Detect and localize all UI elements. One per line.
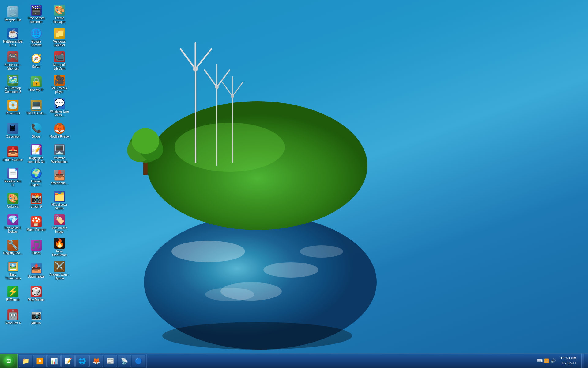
svg-point-8 [162, 322, 352, 350]
desktop-icon-hidemyip[interactable]: 🔒Hide My IP [24, 72, 48, 96]
freescreenrecorder-icon: 🎬 [31, 5, 42, 16]
atube-label: aTube Catcher [3, 158, 23, 162]
windows-logo-icon: ⊞ [6, 358, 11, 364]
tray-keyboard-icon[interactable]: ⌨ [537, 358, 543, 363]
desktop-icon-vlc[interactable]: 🎥VLC media player [48, 72, 71, 96]
clock-date: 17-Jun-11 [561, 361, 576, 366]
svg-point-11 [127, 139, 152, 162]
skype-label: Skype [32, 135, 40, 139]
jalbum-icon: 📷 [31, 309, 42, 320]
svg-line-15 [181, 49, 195, 69]
hwg-icon: 📝 [31, 144, 42, 155]
desktop-icon-hwg[interactable]: 📝hwggxghb xcns billy 3d [24, 142, 48, 166]
show-desktop-button[interactable] [581, 354, 584, 368]
desktop-icon-poweriso[interactable]: 💿PowerISO [1, 96, 24, 119]
desktop-icon-nero[interactable]: 🔥Nero StartSmart [48, 236, 71, 259]
desktop-icon-netbeans[interactable]: ☕NetBeans IDE 6.9.1 [1, 26, 24, 49]
desktop-icon-a1sitemap[interactable]: 🗺️A1 Sitemap Generator 3 [1, 72, 24, 96]
robosoft4-label: RoboSoft 4 [5, 321, 21, 325]
tray-volume-icon[interactable]: 🔊 [550, 358, 556, 363]
skype-icon: 📞 [31, 123, 42, 134]
desktop-icon-playroblox[interactable]: 🎲Play Roblox [24, 282, 48, 305]
tray-network-icon[interactable]: 📶 [544, 358, 549, 363]
desktop-icon-thememanager[interactable]: 🎨Theme Manager [48, 2, 71, 26]
marioforever-icon: 🍄 [31, 216, 42, 227]
googlechrome-icon: 🌐 [31, 28, 42, 39]
quicklaunch-windows-explorer-tb[interactable]: 📁 [19, 355, 32, 367]
desktop-icon-recycle-bin[interactable]: 🗑️Recycle Bin [1, 2, 24, 26]
desktop-icon-readris[interactable]: 📄Readiris Pro 11 [1, 166, 24, 189]
svg-line-20 [205, 70, 217, 87]
itunes-icon: 🎵 [31, 240, 42, 251]
desktop-icon-bejeweled[interactable]: 💎Bejeweled 2 Deluxe [1, 212, 24, 236]
desktop-icon-itunes[interactable]: 🎵iTunes [24, 236, 48, 259]
start-button[interactable]: ⊞ [0, 354, 18, 368]
desktop-icon-registrybooster[interactable]: 🔧RegistryBoo... [1, 236, 24, 259]
quicklaunch-firefox-tb[interactable]: 🦊 [89, 355, 103, 367]
mozillafirefox-icon: 🦊 [54, 123, 65, 134]
quicklaunch-word-tb[interactable]: 📝 [61, 355, 75, 367]
a1sitemap-icon: 🗺️ [7, 75, 18, 86]
desktop-icon-bittorrent[interactable]: ⚡BitTorrent [1, 282, 24, 305]
readris-icon: 📄 [7, 168, 18, 179]
desktop-icon-robosoft4[interactable]: 🤖RoboSoft 4 [1, 305, 24, 329]
desktop-icon-ancientwars[interactable]: ⚔️Ancient Wars - Sparta [48, 259, 71, 282]
desktop-icon-downloads[interactable]: 📥downloads... [48, 166, 71, 189]
mozillafirefox-label: Mozilla Firefox [50, 135, 69, 139]
desktop-icon-windowsexplorer[interactable]: 📁Windows Explorer [48, 26, 71, 49]
nccollector-label: NCcollector Studio [49, 203, 70, 210]
quicklaunch-rss-tb[interactable]: 📰 [104, 355, 117, 367]
windowslive-label: Windows Live Mess... [49, 110, 70, 117]
desktop-icon-microsoftlc[interactable]: 📹Microsoft LifeCam [48, 49, 71, 72]
desktop: 🗑️Recycle Bin☕NetBeans IDE 6.9.1🎮Anno4.e… [0, 0, 588, 368]
netbeans-icon: ☕ [7, 28, 18, 39]
desktop-icon-atube[interactable]: 📥aTube Catcher [1, 142, 24, 166]
svg-line-26 [232, 82, 243, 96]
desktop-icon-submiteaze[interactable]: 📤SubmitEaze [24, 259, 48, 282]
quicklaunch-ie-tb[interactable]: 🔵 [132, 355, 145, 367]
robosoft4-icon: 🤖 [7, 309, 18, 320]
quicklaunch-ftp-tb[interactable]: 📡 [118, 355, 131, 367]
svg-point-23 [215, 85, 219, 89]
desktop-icon-colorpic[interactable]: 🎨ColorPic [1, 189, 24, 212]
desktop-icon-jalbum[interactable]: 📷jAlbum [24, 305, 48, 329]
windowsexplorer-icon: 📁 [54, 28, 65, 39]
desktop-icon-mozillafirefox[interactable]: 🦊Mozilla Firefox [48, 119, 71, 142]
desktop-icon-snagit9[interactable]: 📸Snagit 9 [24, 189, 48, 212]
svg-rect-9 [143, 156, 148, 175]
nero-label: Nero StartSmart [49, 250, 70, 257]
taskbar: ⊞ 📁▶️📊📝🌐🦊📰📡🔵 ⌨ 📶 🔊 12:53 PM 17-Jun-11 [0, 353, 588, 368]
vlc-icon: 🎥 [54, 75, 65, 86]
clock-area[interactable]: 12:53 PM 17-Jun-11 [558, 356, 579, 366]
itunes-label: iTunes [32, 251, 41, 255]
desktop-icon-trlis[interactable]: 💻TRLIS Deskt... [24, 96, 48, 119]
quicklaunch-excel-tb[interactable]: 📊 [47, 355, 61, 367]
desktop-icon-watermark[interactable]: 🏷️Watermark Image [48, 212, 71, 236]
desktop-icon-windowslive[interactable]: 💬Windows Live Mess... [48, 96, 71, 119]
bittorrent-label: BitTorrent [6, 298, 20, 302]
quicklaunch-dreamweaver-tb[interactable]: 🌐 [75, 355, 89, 367]
desktop-icon-googlechrome[interactable]: 🌐Google Chrome [24, 26, 48, 49]
svg-rect-19 [216, 86, 217, 166]
svg-point-3 [221, 282, 282, 301]
watermark-icon: 🏷️ [54, 214, 65, 225]
windowsexplorer-label: Windows Explorer [49, 40, 70, 47]
desktop-icon-safari[interactable]: 🧭Safari [24, 49, 48, 72]
quicklaunch-media-player-tb[interactable]: ▶️ [33, 355, 47, 367]
desktop-icon-calculator[interactable]: 🖩Calculator [1, 119, 24, 142]
desktop-icon-vmware[interactable]: 🖥️VMware Workstation [48, 142, 71, 166]
svg-rect-24 [232, 95, 233, 163]
tray-items: ⌨ 📶 🔊 [537, 358, 556, 363]
hidemyip-label: Hide My IP [29, 88, 44, 92]
desktop-icon-marioforever[interactable]: 🍄Mario Forever [24, 212, 48, 236]
colorpic-label: ColorPic [7, 205, 19, 209]
desktop-icon-nccollector[interactable]: 🗂️NCcollector Studio [48, 189, 71, 212]
bejeweled-label: Bejeweled 2 Deluxe [2, 226, 23, 234]
desktop-icon-easythumbnails[interactable]: 🖼️Easy Thumbnails [1, 259, 24, 282]
desktop-icon-freescreenrecorder[interactable]: 🎬Free Screen Recorder [24, 2, 48, 26]
desktop-icon-anno4exe[interactable]: 🎮Anno4.exe - Shortcut [1, 49, 24, 72]
desktop-icon-skype[interactable]: 📞Skype [24, 119, 48, 142]
taskbar-apps [149, 354, 152, 368]
downloads-label: downloads... [51, 182, 68, 185]
desktop-icon-internetexplorer[interactable]: 🌍Internet Explor... [24, 166, 48, 189]
